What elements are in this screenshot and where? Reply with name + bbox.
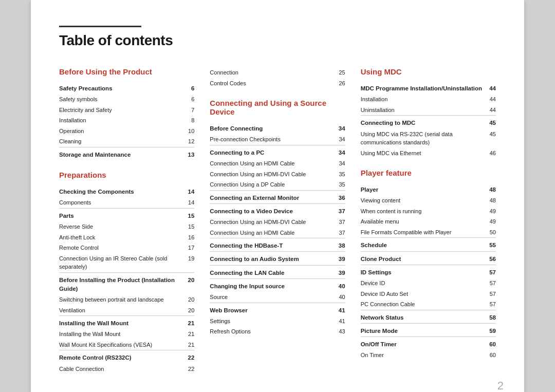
table-row: Uninstallation44	[361, 105, 496, 116]
row-label: Player	[361, 182, 484, 195]
row-number: 34	[333, 121, 345, 134]
table-row: Clone Product56	[361, 251, 496, 265]
page-title: Table of contents	[59, 32, 496, 49]
row-label: MDC Programme Installation/Uninstallatio…	[361, 81, 484, 94]
table-row: Connection Using a DP Cable35	[210, 179, 345, 190]
row-number: 6	[182, 81, 194, 94]
row-number: 20	[182, 305, 194, 316]
table-row: Connection Using an HDMI-DVI Cable37	[210, 217, 345, 228]
row-label: Reverse Side	[59, 221, 182, 232]
table-row: Switching between portrait and landscape…	[59, 294, 194, 305]
row-number: 37	[333, 203, 345, 217]
table-row: When content is running49	[361, 206, 496, 217]
row-number: 20	[182, 294, 194, 305]
row-label: Changing the Input source	[210, 278, 332, 292]
col2: Connection25Control Codes26Connecting an…	[210, 67, 360, 384]
table-row: Safety Precautions6	[59, 81, 194, 94]
row-label: Refresh Options	[210, 326, 332, 337]
section-title: Before Using the Product	[59, 67, 194, 76]
row-number: 50	[484, 227, 496, 238]
row-number: 57	[484, 299, 496, 310]
row-number: 57	[484, 289, 496, 300]
table-row: MDC Programme Installation/Uninstallatio…	[361, 81, 496, 94]
table-row: Parts15	[59, 208, 194, 221]
row-number: 55	[484, 238, 496, 251]
table-row: File Formats Compatible with Player50	[361, 227, 496, 238]
table-row: Connecting an External Monitor36	[210, 190, 345, 203]
row-number: 45	[484, 116, 496, 129]
section-title: Preparations	[59, 171, 194, 179]
toc-table: Safety Precautions6Safety symbols6Electr…	[59, 81, 194, 160]
row-number: 34	[333, 145, 345, 158]
row-number: 22	[182, 350, 194, 364]
table-row: Picture Mode59	[361, 323, 496, 337]
row-label: Network Status	[361, 310, 484, 323]
toc-table: Checking the Components14Components14Par…	[59, 184, 194, 374]
table-row: Schedule55	[361, 238, 496, 251]
row-label: Connecting to MDC	[361, 116, 484, 129]
row-label: Available menu	[361, 216, 484, 227]
row-label: Uninstallation	[361, 105, 484, 116]
row-number: 6	[182, 94, 194, 105]
row-label: Connection Using an HDMI-DVI Cable	[210, 169, 332, 180]
row-number: 43	[333, 326, 345, 337]
table-row: Source40	[210, 292, 345, 303]
row-number: 21	[182, 329, 194, 340]
row-number: 22	[182, 364, 194, 375]
table-row: Anti-theft Lock16	[59, 232, 194, 243]
row-number: 60	[484, 350, 496, 361]
row-number: 21	[182, 316, 194, 329]
table-row: Installing the Wall Mount21	[59, 329, 194, 340]
row-label: Connecting to a Video Device	[210, 203, 332, 217]
table-row: Reverse Side15	[59, 221, 194, 232]
row-number: 20	[182, 272, 194, 294]
row-number: 17	[182, 242, 194, 253]
row-number: 40	[333, 292, 345, 303]
table-row: Electricity and Safety7	[59, 105, 194, 116]
row-label: Web Browser	[210, 303, 332, 316]
row-number: 49	[484, 206, 496, 217]
row-number: 39	[333, 265, 345, 278]
row-number: 15	[182, 208, 194, 221]
row-number: 45	[484, 129, 496, 148]
table-row: Connecting to an Audio System39	[210, 252, 345, 265]
row-label: Connection	[210, 67, 332, 78]
table-row: Remote Control (RS232C)22	[59, 350, 194, 364]
table-row: Connection Using an HDMI Cable34	[210, 158, 345, 169]
row-number: 39	[333, 252, 345, 265]
row-label: Connection Using an HDMI Cable	[210, 228, 332, 238]
row-label: Pre-connection Checkpoints	[210, 134, 332, 145]
table-row: Player48	[361, 182, 496, 195]
table-row: Connecting to MDC45	[361, 116, 496, 129]
row-label: Schedule	[361, 238, 484, 251]
row-label: Installing the Wall Mount	[59, 316, 182, 329]
table-row: Device ID57	[361, 278, 496, 289]
row-label: Operation	[59, 126, 182, 137]
row-label: Using MDC via Ethernet	[361, 148, 484, 159]
row-label: Connecting to a PC	[210, 145, 332, 158]
row-number: 41	[333, 303, 345, 316]
section-title: Using MDC	[361, 67, 496, 76]
row-number: 60	[484, 337, 496, 350]
table-row: Pre-connection Checkpoints34	[210, 134, 345, 145]
row-number: 35	[333, 179, 345, 190]
row-number: 44	[484, 94, 496, 105]
page-number: 2	[497, 379, 504, 392]
toc-table: Connection25Control Codes26	[210, 67, 345, 88]
table-row: Connecting to a PC34	[210, 145, 345, 158]
row-number: 21	[182, 340, 194, 350]
row-number: 58	[484, 310, 496, 323]
table-row: Connection Using an HDMI-DVI Cable35	[210, 169, 345, 180]
row-label: Clone Product	[361, 251, 484, 265]
page: Table of contents Before Using the Produ…	[31, 0, 524, 392]
table-row: Connection Using an HDMI Cable37	[210, 228, 345, 238]
row-number: 19	[182, 253, 194, 273]
table-row: Safety symbols6	[59, 94, 194, 105]
row-label: Installing the Wall Mount	[59, 329, 182, 340]
row-label: When content is running	[361, 206, 484, 217]
table-row: Installation44	[361, 94, 496, 105]
row-number: 48	[484, 195, 496, 206]
section-title: Player feature	[361, 169, 496, 177]
row-number: 34	[333, 134, 345, 145]
table-row: Connection25	[210, 67, 345, 78]
